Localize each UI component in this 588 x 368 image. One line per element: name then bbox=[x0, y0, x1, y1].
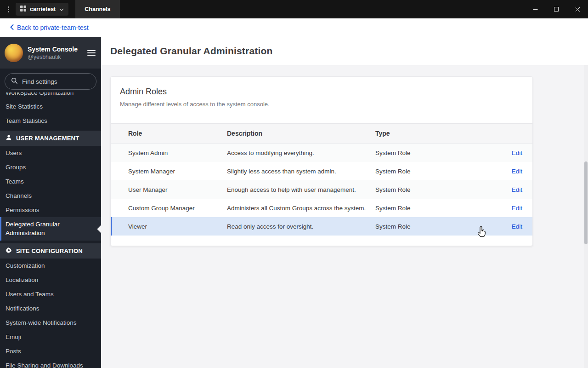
sidebar-item-posts[interactable]: Posts bbox=[0, 344, 101, 358]
server-grid-icon bbox=[20, 6, 26, 13]
app-menu-dots-icon[interactable] bbox=[0, 6, 16, 12]
system-console-sidebar: System Console @yesbhautik WorkSpace Opt… bbox=[0, 37, 101, 368]
page-title: Delegated Granular Administration bbox=[110, 46, 273, 57]
sidebar-search bbox=[0, 69, 101, 92]
table-row-system-admin[interactable]: System Admin Access to modifying everyth… bbox=[111, 144, 532, 162]
sidebar-item-permissions[interactable]: Permissions bbox=[0, 203, 101, 217]
sidebar-item-customization[interactable]: Customization bbox=[0, 259, 101, 273]
cell-description: Administers all Custom Groups across the… bbox=[227, 205, 375, 212]
cell-type: System Role bbox=[375, 186, 504, 193]
sidebar-item-delegated-granular-administration[interactable]: Delegated Granular Administration bbox=[0, 217, 101, 241]
admin-roles-card: Admin Roles Manage different levels of a… bbox=[110, 76, 533, 246]
maximize-icon bbox=[554, 7, 559, 12]
sidebar-item-localization[interactable]: Localization bbox=[0, 273, 101, 287]
chevron-left-icon bbox=[10, 24, 14, 31]
sidebar-item-file-sharing-and-downloads[interactable]: File Sharing and Downloads bbox=[0, 358, 101, 368]
close-icon bbox=[575, 7, 580, 12]
sidebar-nav: WorkSpace Optimization Site Statistics T… bbox=[0, 92, 101, 368]
sidebar-item-site-statistics[interactable]: Site Statistics bbox=[0, 99, 101, 114]
cell-description: Slightly less access than system admin. bbox=[227, 168, 375, 175]
scrollbar-thumb[interactable] bbox=[584, 161, 588, 244]
cell-role: Viewer bbox=[128, 223, 227, 230]
scrollbar-track[interactable] bbox=[584, 65, 588, 368]
page-header: Delegated Granular Administration bbox=[101, 37, 588, 65]
column-header-role: Role bbox=[128, 130, 227, 137]
table-row-viewer[interactable]: Viewer Read only access for oversight. S… bbox=[111, 217, 532, 236]
sidebar-section-user-management: USER MANAGEMENT bbox=[0, 131, 101, 146]
minimize-button[interactable] bbox=[525, 0, 546, 18]
sidebar-item-teams[interactable]: Teams bbox=[0, 174, 101, 189]
sidebar-item-system-wide-notifications[interactable]: System-wide Notifications bbox=[0, 316, 101, 330]
back-bar: Back to private-team-test bbox=[0, 18, 588, 37]
back-link[interactable]: Back to private-team-test bbox=[10, 24, 89, 31]
card-title: Admin Roles bbox=[120, 87, 523, 97]
server-name: carrietest bbox=[30, 6, 56, 12]
column-header-type: Type bbox=[375, 130, 504, 137]
hamburger-menu-icon[interactable] bbox=[87, 48, 96, 58]
cell-role: Custom Group Manager bbox=[128, 205, 227, 212]
minimize-icon bbox=[533, 7, 538, 12]
cell-type: System Role bbox=[375, 168, 504, 175]
search-input[interactable] bbox=[22, 78, 90, 85]
cell-role: System Manager bbox=[128, 168, 227, 175]
cell-description: Access to modifying everything. bbox=[227, 150, 375, 156]
cell-type: System Role bbox=[375, 223, 504, 230]
search-icon bbox=[11, 77, 18, 86]
cell-description: Enough access to help with user manageme… bbox=[227, 186, 375, 193]
gear-icon bbox=[6, 247, 12, 255]
sidebar-section-site-configuration: SITE CONFIGURATION bbox=[0, 243, 101, 259]
selected-item-notch bbox=[97, 224, 101, 233]
sidebar-item-emoji[interactable]: Emoji bbox=[0, 330, 101, 344]
sidebar-item-users[interactable]: Users bbox=[0, 146, 101, 160]
user-icon bbox=[6, 134, 12, 142]
cell-type: System Role bbox=[375, 150, 504, 156]
edit-link[interactable]: Edit bbox=[512, 223, 522, 230]
edit-link[interactable]: Edit bbox=[512, 186, 522, 193]
edit-link[interactable]: Edit bbox=[512, 168, 522, 175]
main-content: Delegated Granular Administration Admin … bbox=[101, 37, 588, 368]
cell-type: System Role bbox=[375, 205, 504, 212]
close-button[interactable] bbox=[567, 0, 588, 18]
table-row-system-manager[interactable]: System Manager Slightly less access than… bbox=[111, 162, 532, 180]
sidebar-header: System Console @yesbhautik bbox=[0, 37, 101, 69]
edit-link[interactable]: Edit bbox=[512, 205, 522, 212]
table-row-user-manager[interactable]: User Manager Enough access to help with … bbox=[111, 180, 532, 199]
avatar bbox=[5, 44, 23, 62]
sidebar-item-notifications[interactable]: Notifications bbox=[0, 301, 101, 316]
sidebar-item-users-and-teams[interactable]: Users and Teams bbox=[0, 287, 101, 301]
sidebar-item-workspace-optimization[interactable]: WorkSpace Optimization bbox=[0, 92, 101, 99]
sidebar-title: System Console bbox=[28, 45, 83, 53]
sidebar-item-team-statistics[interactable]: Team Statistics bbox=[0, 114, 101, 128]
cell-role: User Manager bbox=[128, 186, 227, 193]
table-header-row: Role Description Type bbox=[111, 123, 532, 144]
server-switcher[interactable]: carrietest bbox=[16, 3, 68, 16]
maximize-button[interactable] bbox=[546, 0, 567, 18]
cell-role: System Admin bbox=[128, 150, 227, 156]
table-row-custom-group-manager[interactable]: Custom Group Manager Administers all Cus… bbox=[111, 199, 532, 217]
column-header-description: Description bbox=[227, 130, 375, 137]
sidebar-username: @yesbhautik bbox=[28, 53, 83, 61]
window-titlebar: carrietest Channels bbox=[0, 0, 588, 18]
sidebar-item-channels[interactable]: Channels bbox=[0, 189, 101, 203]
cell-description: Read only access for oversight. bbox=[227, 223, 375, 230]
card-subtitle: Manage different levels of access to the… bbox=[120, 101, 523, 108]
sidebar-item-groups[interactable]: Groups bbox=[0, 160, 101, 174]
tab-channels[interactable]: Channels bbox=[75, 0, 119, 18]
edit-link[interactable]: Edit bbox=[512, 150, 522, 156]
chevron-down-icon bbox=[59, 6, 64, 12]
search-pill[interactable] bbox=[5, 73, 96, 90]
